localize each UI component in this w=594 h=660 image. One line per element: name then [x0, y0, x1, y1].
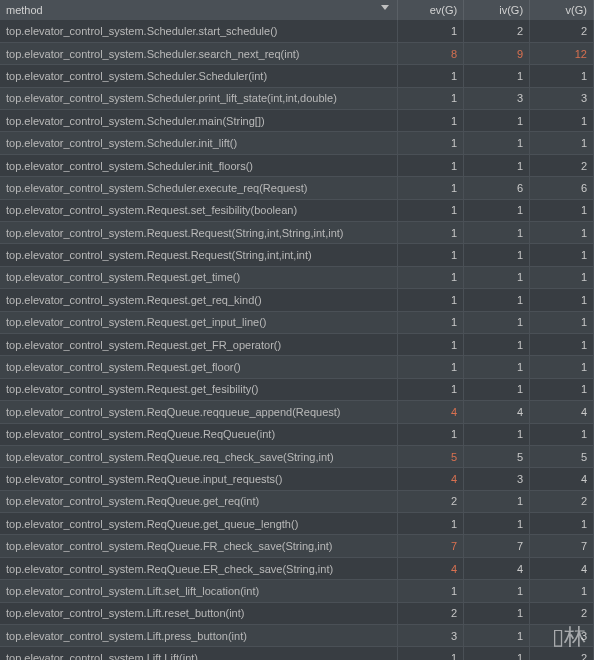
- table-row[interactable]: top.elevator_control_system.Request.get_…: [0, 378, 594, 400]
- table-row[interactable]: top.elevator_control_system.ReqQueue.req…: [0, 445, 594, 467]
- v-cell: 2: [530, 602, 594, 624]
- table-body: top.elevator_control_system.Scheduler.st…: [0, 20, 594, 660]
- method-cell: top.elevator_control_system.ReqQueue.get…: [0, 513, 398, 535]
- table-row[interactable]: top.elevator_control_system.ReqQueue.get…: [0, 513, 594, 535]
- iv-cell: 1: [464, 110, 530, 132]
- table-row[interactable]: top.elevator_control_system.Request.set_…: [0, 199, 594, 221]
- ev-cell: 1: [398, 20, 464, 42]
- table-row[interactable]: top.elevator_control_system.ReqQueue.ER_…: [0, 557, 594, 579]
- table-row[interactable]: top.elevator_control_system.Request.get_…: [0, 289, 594, 311]
- iv-cell: 4: [464, 401, 530, 423]
- ev-cell: 4: [398, 557, 464, 579]
- method-cell: top.elevator_control_system.ReqQueue.inp…: [0, 468, 398, 490]
- method-cell: top.elevator_control_system.Scheduler.in…: [0, 132, 398, 154]
- method-cell: top.elevator_control_system.Request.Requ…: [0, 222, 398, 244]
- v-cell: 3: [530, 625, 594, 647]
- method-cell: top.elevator_control_system.Scheduler.in…: [0, 154, 398, 176]
- iv-cell: 1: [464, 490, 530, 512]
- table-row[interactable]: top.elevator_control_system.Scheduler.in…: [0, 154, 594, 176]
- iv-cell: 1: [464, 311, 530, 333]
- ev-cell: 3: [398, 625, 464, 647]
- ev-cell: 1: [398, 110, 464, 132]
- table-row[interactable]: top.elevator_control_system.Lift.press_b…: [0, 625, 594, 647]
- table-row[interactable]: top.elevator_control_system.Lift.reset_b…: [0, 602, 594, 624]
- table-row[interactable]: top.elevator_control_system.ReqQueue.FR_…: [0, 535, 594, 557]
- ev-cell: 1: [398, 87, 464, 109]
- table-row[interactable]: top.elevator_control_system.Scheduler.se…: [0, 42, 594, 64]
- iv-cell: 9: [464, 42, 530, 64]
- ev-cell: 1: [398, 333, 464, 355]
- method-cell: top.elevator_control_system.Scheduler.se…: [0, 42, 398, 64]
- ev-cell: 1: [398, 356, 464, 378]
- table-row[interactable]: top.elevator_control_system.ReqQueue.inp…: [0, 468, 594, 490]
- metrics-table: method ev(G) iv(G) v(G) top.elevator_con…: [0, 0, 594, 660]
- table-row[interactable]: top.elevator_control_system.ReqQueue.Req…: [0, 423, 594, 445]
- ev-cell: 1: [398, 222, 464, 244]
- header-iv[interactable]: iv(G): [464, 0, 530, 20]
- v-cell: 1: [530, 333, 594, 355]
- ev-cell: 1: [398, 199, 464, 221]
- table-row[interactable]: top.elevator_control_system.ReqQueue.get…: [0, 490, 594, 512]
- v-cell: 1: [530, 311, 594, 333]
- table-row[interactable]: top.elevator_control_system.Request.get_…: [0, 356, 594, 378]
- iv-cell: 1: [464, 132, 530, 154]
- table-row[interactable]: top.elevator_control_system.Lift.set_lif…: [0, 580, 594, 602]
- method-cell: top.elevator_control_system.Lift.press_b…: [0, 625, 398, 647]
- ev-cell: 1: [398, 154, 464, 176]
- table-row[interactable]: top.elevator_control_system.Scheduler.st…: [0, 20, 594, 42]
- v-cell: 2: [530, 20, 594, 42]
- method-cell: top.elevator_control_system.Request.get_…: [0, 356, 398, 378]
- iv-cell: 1: [464, 625, 530, 647]
- iv-cell: 5: [464, 445, 530, 467]
- header-method[interactable]: method: [0, 0, 398, 20]
- table-row[interactable]: top.elevator_control_system.Scheduler.pr…: [0, 87, 594, 109]
- ev-cell: 7: [398, 535, 464, 557]
- table-row[interactable]: top.elevator_control_system.Scheduler.ex…: [0, 177, 594, 199]
- table-row[interactable]: top.elevator_control_system.Lift.Lift(in…: [0, 647, 594, 660]
- v-cell: 1: [530, 199, 594, 221]
- iv-cell: 4: [464, 557, 530, 579]
- table-row[interactable]: top.elevator_control_system.Request.get_…: [0, 311, 594, 333]
- iv-cell: 1: [464, 244, 530, 266]
- iv-cell: 1: [464, 513, 530, 535]
- method-cell: top.elevator_control_system.Request.Requ…: [0, 244, 398, 266]
- v-cell: 1: [530, 289, 594, 311]
- method-cell: top.elevator_control_system.ReqQueue.Req…: [0, 423, 398, 445]
- method-cell: top.elevator_control_system.Scheduler.pr…: [0, 87, 398, 109]
- ev-cell: 2: [398, 490, 464, 512]
- iv-cell: 7: [464, 535, 530, 557]
- iv-cell: 1: [464, 154, 530, 176]
- iv-cell: 1: [464, 333, 530, 355]
- iv-cell: 3: [464, 468, 530, 490]
- v-cell: 5: [530, 445, 594, 467]
- iv-cell: 1: [464, 423, 530, 445]
- table-row[interactable]: top.elevator_control_system.Request.get_…: [0, 333, 594, 355]
- v-cell: 1: [530, 222, 594, 244]
- table-row[interactable]: top.elevator_control_system.Request.Requ…: [0, 244, 594, 266]
- iv-cell: 1: [464, 289, 530, 311]
- header-v[interactable]: v(G): [530, 0, 594, 20]
- header-ev[interactable]: ev(G): [398, 0, 464, 20]
- iv-cell: 1: [464, 199, 530, 221]
- table-row[interactable]: top.elevator_control_system.Scheduler.ma…: [0, 110, 594, 132]
- iv-cell: 1: [464, 647, 530, 660]
- table-row[interactable]: top.elevator_control_system.Scheduler.in…: [0, 132, 594, 154]
- table-row[interactable]: top.elevator_control_system.Request.get_…: [0, 266, 594, 288]
- method-cell: top.elevator_control_system.Lift.reset_b…: [0, 602, 398, 624]
- v-cell: 1: [530, 378, 594, 400]
- method-cell: top.elevator_control_system.Request.get_…: [0, 311, 398, 333]
- ev-cell: 2: [398, 602, 464, 624]
- method-cell: top.elevator_control_system.Lift.set_lif…: [0, 580, 398, 602]
- table-row[interactable]: top.elevator_control_system.Scheduler.Sc…: [0, 65, 594, 87]
- iv-cell: 1: [464, 266, 530, 288]
- method-cell: top.elevator_control_system.Scheduler.st…: [0, 20, 398, 42]
- v-cell: 3: [530, 87, 594, 109]
- method-cell: top.elevator_control_system.ReqQueue.get…: [0, 490, 398, 512]
- ev-cell: 4: [398, 468, 464, 490]
- iv-cell: 3: [464, 87, 530, 109]
- method-cell: top.elevator_control_system.Scheduler.ma…: [0, 110, 398, 132]
- v-cell: 2: [530, 154, 594, 176]
- table-row[interactable]: top.elevator_control_system.ReqQueue.req…: [0, 401, 594, 423]
- table-row[interactable]: top.elevator_control_system.Request.Requ…: [0, 222, 594, 244]
- ev-cell: 1: [398, 266, 464, 288]
